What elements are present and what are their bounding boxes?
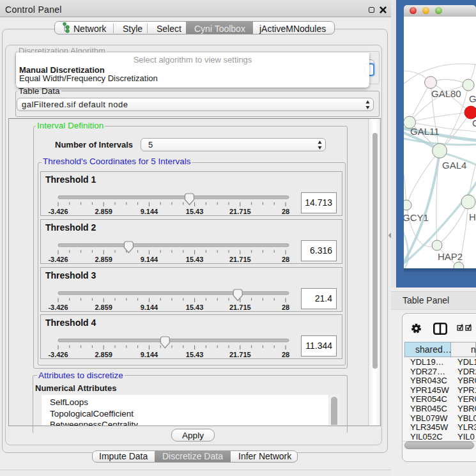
svg-text:2.859: 2.859 xyxy=(95,303,112,311)
svg-text:28: 28 xyxy=(282,351,289,358)
svg-text:28: 28 xyxy=(282,256,289,263)
svg-text:-3.426: -3.426 xyxy=(48,208,68,215)
svg-text:9.144: 9.144 xyxy=(141,351,158,358)
svg-text:15.43: 15.43 xyxy=(186,351,204,358)
svg-text:21.715: 21.715 xyxy=(229,303,251,311)
svg-text:2.859: 2.859 xyxy=(95,208,112,215)
svg-text:CO: CO xyxy=(472,118,476,128)
svg-text:2.859: 2.859 xyxy=(95,256,112,263)
svg-text:HI: HI xyxy=(469,211,476,222)
svg-text:GA: GA xyxy=(469,93,476,104)
svg-text:21.715: 21.715 xyxy=(229,256,251,263)
svg-text:9.144: 9.144 xyxy=(141,208,158,215)
svg-text:21.715: 21.715 xyxy=(229,208,251,215)
svg-text:-3.426: -3.426 xyxy=(48,351,68,358)
svg-text:-3.426: -3.426 xyxy=(48,256,68,263)
svg-text:21.715: 21.715 xyxy=(229,351,251,358)
svg-text:2.859: 2.859 xyxy=(95,351,112,358)
svg-text:15.43: 15.43 xyxy=(186,256,204,263)
svg-text:15.43: 15.43 xyxy=(186,303,204,311)
svg-text:-3.426: -3.426 xyxy=(48,303,68,311)
svg-text:9.144: 9.144 xyxy=(141,303,158,311)
svg-text:GAL80: GAL80 xyxy=(431,88,461,99)
svg-text:28: 28 xyxy=(282,303,289,311)
svg-text:28: 28 xyxy=(282,208,289,215)
svg-text:GAL4: GAL4 xyxy=(442,160,466,171)
svg-text:HAP2: HAP2 xyxy=(438,251,463,262)
svg-text:15.43: 15.43 xyxy=(186,208,204,215)
svg-text:9.144: 9.144 xyxy=(141,256,158,263)
svg-text:GCY1: GCY1 xyxy=(404,212,429,223)
svg-text:GAL11: GAL11 xyxy=(410,126,440,137)
